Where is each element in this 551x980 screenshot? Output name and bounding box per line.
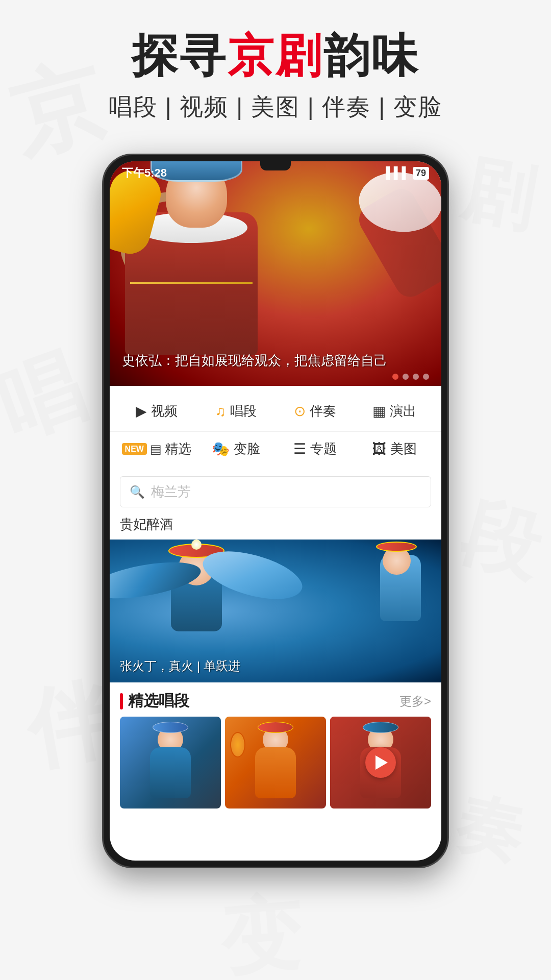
search-placeholder: 梅兰芳: [151, 483, 191, 501]
search-icon: 🔍: [130, 485, 145, 499]
feature-video[interactable]: 张火丁，真火 | 单跃进: [110, 540, 441, 682]
menu-mask[interactable]: 🎭 变脸: [197, 434, 275, 464]
photos-label: 美图: [390, 440, 417, 458]
app-content: ▶ 视频 ♫ 唱段 ⊙ 伴奏 ▦ 演出: [110, 386, 441, 808]
thumb1-body: [150, 747, 191, 798]
accompaniment-icon: ⊙: [294, 404, 306, 419]
app-header: 探寻京剧韵味 唱段 | 视频 | 美图 | 伴奏 | 变脸: [0, 0, 551, 133]
mask-label: 变脸: [234, 440, 260, 458]
video-caption: 张火丁，真火 | 单跃进: [120, 658, 240, 674]
status-time: 下午5:28: [122, 165, 167, 181]
singing-icon: ♫: [215, 404, 226, 419]
battery-indicator: 79: [413, 167, 429, 180]
lantern: [230, 732, 245, 757]
dot-4: [423, 374, 429, 380]
status-icons: ▌▌▌ 79: [386, 166, 429, 180]
menu-row-2: NEW ▤ 精选 🎭 变脸 ☰ 专题: [110, 432, 441, 472]
phone-container: 下午5:28 ▌▌▌ 79: [0, 154, 551, 868]
title-part2: 韵味: [323, 30, 419, 81]
phone-screen: 下午5:28 ▌▌▌ 79: [110, 161, 441, 861]
thumb3-headdress: [363, 722, 398, 733]
thumb2-headdress: [258, 722, 293, 733]
costume-trim: [130, 282, 253, 284]
mask-icon: 🎭: [212, 442, 230, 456]
section-header: 精选唱段 更多>: [110, 682, 441, 717]
photos-icon: 🖼: [372, 442, 386, 456]
section-title-text: 精选唱段: [128, 691, 189, 712]
section-title: 精选唱段: [120, 691, 189, 712]
hero-dots: [392, 374, 429, 380]
selected-label: 精选: [165, 440, 191, 458]
menu-performance[interactable]: ▦ 演出: [356, 396, 434, 426]
thumb2-art: [225, 717, 326, 808]
signal-icon: ▌▌▌: [386, 166, 410, 180]
performance-icon: ▦: [372, 404, 386, 419]
play-button[interactable]: [365, 747, 396, 778]
play-triangle: [375, 755, 388, 770]
thumb-2[interactable]: [225, 717, 326, 808]
dot-2: [403, 374, 409, 380]
menu-selected[interactable]: NEW ▤ 精选: [118, 434, 195, 464]
search-bar[interactable]: 🔍 梅兰芳: [120, 476, 431, 507]
title-highlight: 京剧: [228, 30, 323, 81]
menu-photos[interactable]: 🖼 美图: [356, 434, 434, 464]
video-icon: ▶: [136, 404, 147, 419]
topic-icon: ☰: [293, 442, 306, 456]
title-part1: 探寻: [132, 30, 228, 81]
thumb-1[interactable]: [120, 717, 221, 808]
thumb1-headdress: [153, 722, 188, 733]
section-more[interactable]: 更多>: [399, 693, 431, 709]
dot-3: [413, 374, 419, 380]
dancer2-headdress: [376, 542, 417, 552]
menu-video[interactable]: ▶ 视频: [118, 396, 195, 426]
topic-label: 专题: [310, 440, 337, 458]
menu-topic[interactable]: ☰ 专题: [277, 434, 354, 464]
menu-row-1: ▶ 视频 ♫ 唱段 ⊙ 伴奏 ▦ 演出: [110, 386, 441, 432]
menu-accompaniment[interactable]: ⊙ 伴奏: [277, 396, 354, 426]
phone-mockup: 下午5:28 ▌▌▌ 79: [102, 154, 449, 868]
new-badge: NEW: [122, 443, 147, 455]
menu-singing[interactable]: ♫ 唱段: [197, 396, 275, 426]
thumb2-body: [255, 747, 296, 798]
main-title: 探寻京剧韵味: [31, 31, 520, 81]
header-subtitle: 唱段 | 视频 | 美图 | 伴奏 | 变脸: [31, 91, 520, 123]
singing-label: 唱段: [230, 402, 257, 420]
thumb-3[interactable]: [330, 717, 431, 808]
section-title-bar: [120, 693, 123, 709]
selected-inner: NEW ▤ 精选: [122, 440, 191, 458]
video-label: 视频: [151, 402, 178, 420]
selected-icon: ▤: [150, 443, 162, 455]
thumbnail-row: [110, 717, 441, 808]
dot-1: [392, 374, 398, 380]
thumb1-art: [120, 717, 221, 808]
dancer-ornament: [191, 540, 202, 550]
selected-with-badge: NEW ▤ 精选: [122, 440, 191, 458]
hero-caption: 史依弘：把自如展现给观众，把焦虑留给自己: [122, 352, 429, 370]
hero-image[interactable]: 史依弘：把自如展现给观众，把焦虑留给自己: [110, 161, 441, 386]
performance-label: 演出: [390, 402, 416, 420]
accompaniment-label: 伴奏: [310, 402, 336, 420]
search-suggestion[interactable]: 贵妃醉酒: [110, 511, 441, 540]
phone-notch: [260, 161, 291, 170]
